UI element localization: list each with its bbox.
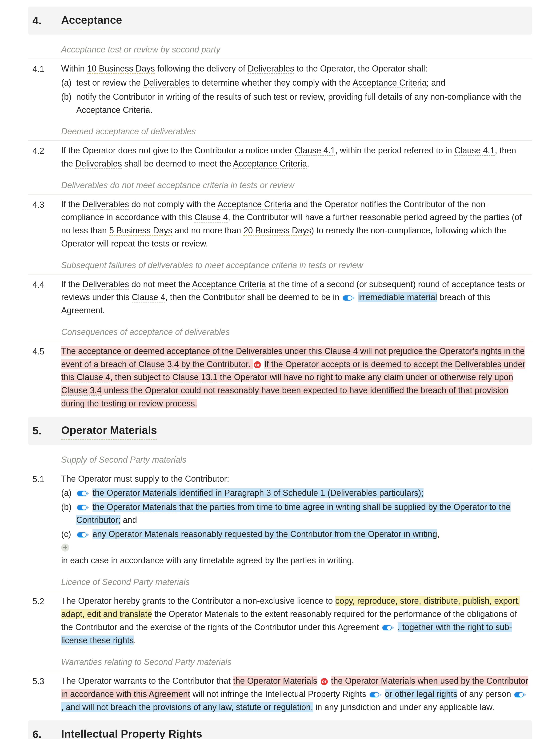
subheading-row: Deliverables do not meet acceptance crit… xyxy=(28,176,532,194)
clause-text: The Operator hereby grants to the Contri… xyxy=(61,594,532,647)
clause-number: 5.1 xyxy=(28,472,61,567)
list-marker: (c) xyxy=(61,528,76,541)
clause-subheading: Subsequent failures of deliverables to m… xyxy=(61,256,532,274)
clause-number: 4.3 xyxy=(28,198,61,250)
list-item: (a) test or review the Deliverables to d… xyxy=(61,76,529,90)
subheading-row: Warranties relating to Second Party mate… xyxy=(28,653,532,671)
section-4-header: 4. Acceptance xyxy=(28,7,532,34)
clause-subheading: Warranties relating to Second Party mate… xyxy=(61,653,532,671)
clause-4-5: 4.5 The acceptance or deemed acceptance … xyxy=(28,344,532,410)
list-body: any Operator Materials reasonably reques… xyxy=(76,528,529,541)
list-marker: (b) xyxy=(61,500,76,527)
clause-number: 5.2 xyxy=(28,594,61,647)
clause-subheading: Licence of Second Party materials xyxy=(61,573,532,591)
highlight-optional: , and will not breach the provisions of … xyxy=(61,702,313,712)
list-item: (b) notify the Contributor in writing of… xyxy=(61,90,529,117)
list-item: (c) any Operator Materials reasonably re… xyxy=(61,528,529,541)
section-number: 5. xyxy=(28,422,61,439)
section-number: 4. xyxy=(28,12,61,29)
clause-text: The Operator warrants to the Contributor… xyxy=(61,674,532,714)
clause-text: If the Deliverables do not meet the Acce… xyxy=(61,278,532,317)
toggle-icon[interactable] xyxy=(382,625,394,630)
clause-4-3: 4.3 If the Deliverables do not comply wi… xyxy=(28,198,532,250)
subheading-row: Acceptance test or review by second part… xyxy=(28,41,532,59)
clause-subheading: Acceptance test or review by second part… xyxy=(61,41,532,58)
subheading-row: Deemed acceptance of deliverables xyxy=(28,123,532,141)
clause-number: 4.5 xyxy=(28,344,61,410)
clause-text: If the Operator does not give to the Con… xyxy=(61,144,532,170)
section-title: Operator Materials xyxy=(61,422,157,440)
clause-4-2: 4.2 If the Operator does not give to the… xyxy=(28,144,532,170)
clause-subheading: Supply of Second Party materials xyxy=(61,451,532,469)
highlight-optional: or other legal rights xyxy=(385,689,457,699)
term-business-days: 10 Business Days xyxy=(87,64,155,74)
or-badge[interactable]: or xyxy=(321,678,328,685)
subheading-row: Subsequent failures of deliverables to m… xyxy=(28,256,532,275)
clause-4-4: 4.4 If the Deliverables do not meet the … xyxy=(28,278,532,317)
toggle-icon[interactable] xyxy=(77,505,89,510)
clause-5-1: 5.1 The Operator must supply to the Cont… xyxy=(28,472,532,567)
term-deliverables: Deliverables xyxy=(248,64,294,74)
clause-5-2: 5.2 The Operator hereby grants to the Co… xyxy=(28,594,532,647)
clause-5-3: 5.3 The Operator warrants to the Contrib… xyxy=(28,674,532,714)
clause-text: Within 10 Business Days following the de… xyxy=(61,62,529,75)
clause-number: 4.1 xyxy=(28,62,61,116)
list-body: the Operator Materials identified in Par… xyxy=(76,486,529,499)
add-icon[interactable]: + xyxy=(61,544,69,552)
clause-number: 4.4 xyxy=(28,278,61,317)
clause-subheading: Consequences of acceptance of deliverabl… xyxy=(61,323,532,341)
clause-tail: in each case in accordance with any time… xyxy=(61,554,529,567)
section-6-header: 6. Intellectual Property Rights xyxy=(28,720,532,739)
clause-number: 4.2 xyxy=(28,144,61,170)
toggle-icon[interactable] xyxy=(77,532,89,538)
or-badge[interactable]: or xyxy=(254,361,261,368)
subheading-row: Supply of Second Party materials xyxy=(28,451,532,469)
clause-text: The Operator must supply to the Contribu… xyxy=(61,472,529,485)
list-body: notify the Contributor in writing of the… xyxy=(76,90,529,117)
subheading-row: Consequences of acceptance of deliverabl… xyxy=(28,323,532,341)
clause-text: If the Deliverables do not comply with t… xyxy=(61,198,532,250)
clause-4-1: 4.1 Within 10 Business Days following th… xyxy=(28,62,532,116)
clause-text: The acceptance or deemed acceptance of t… xyxy=(61,344,532,410)
list-marker: (a) xyxy=(61,76,76,90)
toggle-icon[interactable] xyxy=(514,692,526,697)
section-number: 6. xyxy=(28,726,61,739)
clause-subheading: Deliverables do not meet acceptance crit… xyxy=(61,176,532,194)
list-item: (a) the Operator Materials identified in… xyxy=(61,486,529,499)
subheading-row: Licence of Second Party materials xyxy=(28,573,532,591)
toggle-icon[interactable] xyxy=(370,692,382,697)
clause-subheading: Deemed acceptance of deliverables xyxy=(61,123,532,140)
toggle-icon[interactable] xyxy=(343,295,355,301)
list-marker: (b) xyxy=(61,90,76,117)
clause-number: 5.3 xyxy=(28,674,61,714)
highlight-optional: irremediable material xyxy=(358,292,437,302)
list-marker: (a) xyxy=(61,486,76,499)
section-5-header: 5. Operator Materials xyxy=(28,417,532,445)
section-title: Acceptance xyxy=(61,12,122,29)
list-item: (b) the Operator Materials that the part… xyxy=(61,500,529,527)
list-body: the Operator Materials that the parties … xyxy=(76,500,529,527)
toggle-icon[interactable] xyxy=(77,491,89,496)
section-title: Intellectual Property Rights xyxy=(61,726,202,739)
list-body: test or review the Deliverables to deter… xyxy=(76,76,529,90)
